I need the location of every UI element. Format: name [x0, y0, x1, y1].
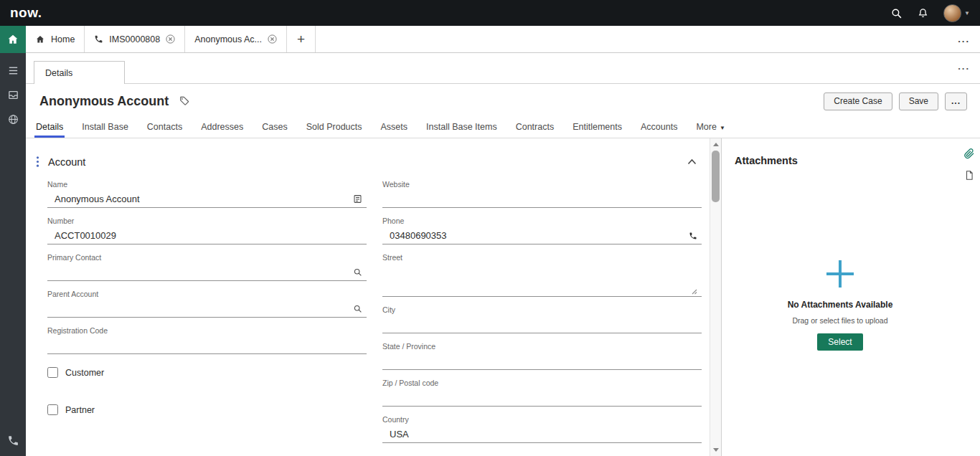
rail-home-button[interactable] — [0, 26, 26, 53]
close-icon[interactable] — [268, 34, 277, 44]
form-column-right: Website Phone Street — [382, 180, 702, 452]
section-options-icon[interactable] — [36, 156, 39, 168]
scrollbar-thumb[interactable] — [712, 151, 720, 202]
primary-contact-input[interactable] — [55, 267, 349, 277]
customer-checkbox[interactable] — [47, 367, 58, 378]
phone-input[interactable] — [390, 230, 684, 241]
document-icon[interactable] — [964, 170, 974, 181]
notifications-bell-icon[interactable] — [917, 7, 929, 19]
tab-accounts[interactable]: Accounts — [639, 122, 679, 138]
website-input[interactable] — [390, 194, 697, 204]
phone-icon[interactable] — [689, 232, 697, 240]
tab-more[interactable]: More▼ — [694, 122, 726, 138]
record-header: Anonymous Account Create Case Save ... — [26, 84, 980, 118]
partner-checkbox[interactable] — [47, 404, 58, 415]
registration-code-input[interactable] — [55, 340, 362, 351]
checkbox-label: Partner — [65, 405, 95, 415]
tab-entitlements[interactable]: Entitlements — [571, 122, 623, 138]
app-header: now. ▼ — [0, 0, 980, 26]
workspace-tab-interaction[interactable]: IMS0000808 — [85, 26, 185, 52]
rail-bottom-icons — [7, 434, 19, 447]
field-input-row — [47, 337, 367, 354]
field-label: Country — [382, 415, 702, 424]
customer-checkbox-row: Customer — [47, 367, 367, 378]
tab-contacts[interactable]: Contacts — [146, 122, 184, 138]
rail-icons — [7, 65, 19, 125]
header-icons: ▼ — [890, 4, 970, 22]
field-parent-account: Parent Account — [47, 290, 367, 318]
country-input[interactable] — [390, 429, 697, 440]
state-province-input[interactable] — [390, 356, 697, 366]
record-nav-tabs: Details Install Base Contacts Addresses … — [26, 118, 980, 138]
record-more-button[interactable]: ... — [945, 92, 967, 110]
field-label: Primary Contact — [47, 253, 367, 262]
field-input-row — [382, 316, 702, 333]
left-rail — [0, 26, 26, 456]
tab-details[interactable]: Details — [34, 122, 65, 138]
number-input[interactable] — [55, 230, 362, 241]
home-icon — [35, 34, 45, 44]
globe-icon[interactable] — [7, 113, 19, 125]
account-section-header: Account — [26, 138, 710, 168]
field-input-row — [382, 353, 702, 370]
servicenow-logo: now. — [10, 5, 42, 21]
field-input-row — [382, 191, 702, 208]
user-menu[interactable]: ▼ — [943, 4, 970, 22]
field-label: Parent Account — [47, 290, 367, 298]
close-icon[interactable] — [166, 34, 175, 44]
subtab-more-button[interactable]: ... — [958, 61, 970, 72]
tab-strip-more-button[interactable]: ... — [958, 34, 970, 44]
select-files-button[interactable]: Select — [817, 333, 862, 351]
record-subtab-row: Details ... — [26, 53, 980, 84]
subtab-details[interactable]: Details — [34, 61, 125, 84]
create-case-button[interactable]: Create Case — [824, 92, 892, 110]
resize-handle-icon[interactable] — [690, 288, 697, 295]
workspace-tab-home[interactable]: Home — [26, 26, 85, 52]
tab-assets[interactable]: Assets — [380, 122, 410, 138]
scroll-down-arrow[interactable] — [713, 448, 719, 452]
field-primary-contact: Primary Contact — [47, 253, 367, 281]
street-textarea[interactable] — [390, 264, 690, 296]
field-zip-postal-code: Zip / Postal code — [382, 379, 702, 407]
workspace-tab-anonymous-account[interactable]: Anonymous Ac... — [185, 26, 287, 52]
tab-install-base[interactable]: Install Base — [80, 122, 130, 138]
city-input[interactable] — [390, 319, 697, 330]
tab-sold-products[interactable]: Sold Products — [305, 122, 364, 138]
checkbox-label: Customer — [65, 368, 104, 378]
phone-icon[interactable] — [7, 434, 19, 447]
save-button[interactable]: Save — [899, 92, 938, 110]
field-label: Zip / Postal code — [382, 379, 702, 387]
attachments-title: Attachments — [722, 138, 980, 166]
avatar[interactable] — [943, 4, 961, 22]
field-name: Name — [47, 180, 367, 208]
tab-contracts[interactable]: Contracts — [514, 122, 556, 138]
name-input[interactable] — [55, 194, 349, 204]
scroll-up-arrow[interactable] — [713, 143, 719, 146]
field-input-row — [382, 264, 702, 297]
tab-install-base-items[interactable]: Install Base Items — [425, 122, 499, 138]
workspace-tab-label: IMS0000808 — [109, 34, 160, 44]
paperclip-attachment-icon[interactable] — [963, 148, 975, 159]
lookup-search-icon[interactable] — [353, 304, 362, 313]
add-tab-button[interactable]: + — [287, 26, 316, 52]
field-registration-code: Registration Code — [47, 326, 367, 354]
content-area: Account Name Number — [26, 138, 980, 456]
collapse-section-icon[interactable] — [687, 158, 697, 165]
field-input-row — [47, 264, 367, 281]
side-panel-rail — [958, 138, 980, 456]
tag-icon[interactable] — [179, 95, 190, 107]
inbox-tray-icon[interactable] — [7, 89, 19, 101]
field-city: City — [382, 305, 702, 333]
tab-addresses[interactable]: Addresses — [199, 122, 245, 138]
tab-cases[interactable]: Cases — [260, 122, 288, 138]
zip-postal-code-input[interactable] — [390, 392, 697, 403]
lookup-search-icon[interactable] — [353, 267, 362, 277]
form-scrollbar[interactable] — [710, 138, 721, 456]
parent-account-input[interactable] — [55, 303, 349, 314]
search-icon[interactable] — [890, 7, 903, 19]
field-label: Registration Code — [47, 326, 367, 335]
field-street: Street — [382, 253, 702, 297]
page-title: Anonymous Account — [39, 94, 169, 109]
reference-preview-icon[interactable] — [353, 194, 362, 204]
list-menu-icon[interactable] — [7, 65, 19, 77]
